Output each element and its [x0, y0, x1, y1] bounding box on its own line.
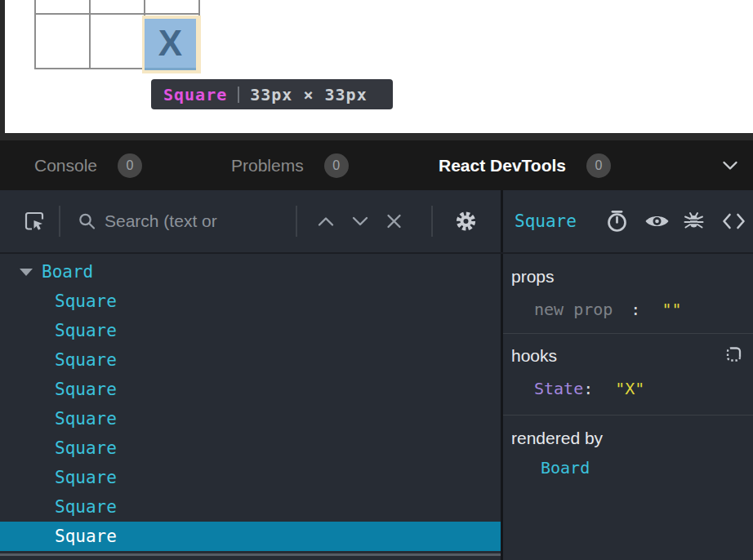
component-name: Square — [55, 350, 117, 370]
colon: : — [583, 379, 593, 398]
component-name: Square — [55, 409, 117, 429]
previous-result-button[interactable] — [317, 216, 335, 227]
grid-line — [34, 0, 36, 69]
tree-item-square[interactable]: Square — [0, 287, 501, 316]
bug-icon — [683, 211, 705, 233]
next-result-button[interactable] — [351, 216, 369, 227]
component-name: Square — [55, 321, 117, 340]
tab-console[interactable]: Console 0 — [34, 140, 142, 190]
toolbar-divider — [59, 206, 60, 237]
tab-label: Problems — [231, 156, 304, 176]
tree-item-square[interactable]: Square — [0, 492, 501, 522]
grid-line — [89, 0, 91, 69]
tree-item-square[interactable]: Square — [0, 463, 501, 492]
settings-button[interactable] — [454, 210, 478, 233]
props-section: props new prop:"" — [503, 254, 753, 334]
chevron-up-icon — [317, 216, 335, 227]
tooltip-dimensions: 33px × 33px — [250, 85, 367, 104]
state-value: "X" — [615, 379, 644, 398]
parse-hook-names-button[interactable] — [724, 345, 743, 364]
new-prop-label[interactable]: new prop — [534, 300, 613, 319]
devtools-window: X Square 33px × 33px Console 0 Problems … — [0, 0, 753, 560]
hooks-section: hooks State:"X" — [503, 334, 753, 416]
rendered-by-title: rendered by — [511, 429, 603, 448]
view-source-button[interactable] — [722, 213, 746, 230]
props-section-title: props — [511, 267, 555, 287]
hooks-section-title: hooks — [511, 346, 557, 366]
search-icon — [78, 212, 96, 231]
component-name: Board — [42, 262, 93, 282]
inspect-element-button[interactable] — [23, 210, 46, 233]
component-name: Square — [55, 438, 117, 458]
devtools-toolbar: Square — [0, 190, 753, 254]
stopwatch-icon — [606, 210, 628, 233]
new-prop-value[interactable]: "" — [662, 300, 681, 319]
tooltip-component-name: Square — [163, 85, 227, 104]
chevron-down-icon — [722, 160, 738, 171]
inspect-element-icon — [23, 210, 46, 233]
grid-line — [34, 13, 200, 15]
tree-item-board[interactable]: Board — [0, 257, 501, 287]
tree-item-square[interactable]: Square — [0, 433, 501, 463]
tab-badge: 0 — [324, 153, 349, 178]
tree-item-square-selected[interactable]: Square — [0, 522, 501, 551]
tree-item-square[interactable]: Square — [0, 404, 501, 433]
horizontal-scrollbar[interactable] — [0, 553, 501, 556]
new-prop-row[interactable]: new prop:"" — [534, 300, 681, 319]
component-name: Square — [55, 380, 117, 399]
panel-divider — [501, 190, 503, 252]
search-input[interactable] — [103, 211, 287, 232]
profiler-button[interactable] — [606, 210, 628, 233]
debug-button[interactable] — [683, 211, 705, 233]
toolbar-divider — [431, 206, 433, 237]
component-name: Square — [55, 527, 117, 546]
tree-item-square[interactable]: Square — [0, 316, 501, 345]
size-tooltip: Square 33px × 33px — [151, 79, 393, 109]
component-tree: Board Square Square Square Square Square… — [0, 254, 501, 560]
board-square-x[interactable]: X — [145, 19, 196, 70]
page-preview: X Square 33px × 33px — [0, 0, 753, 133]
tab-badge: 0 — [118, 153, 142, 178]
tooltip-divider — [238, 87, 239, 103]
tab-react-devtools[interactable]: React DevTools 0 — [439, 140, 611, 190]
collapse-panel-button[interactable] — [722, 160, 738, 171]
component-name: Square — [55, 468, 117, 487]
close-icon — [385, 213, 403, 230]
selected-component-title: Square — [515, 211, 577, 231]
state-label: State — [534, 379, 583, 398]
dashed-box-icon — [724, 345, 743, 364]
component-name: Square — [55, 291, 117, 311]
panel-separator — [0, 133, 753, 140]
tab-problems[interactable]: Problems 0 — [231, 140, 349, 190]
tab-label: React DevTools — [439, 156, 566, 176]
page-left-edge — [0, 0, 5, 133]
tree-item-square[interactable]: Square — [0, 375, 501, 404]
inspect-highlight: X — [142, 16, 201, 73]
tab-bar: Console 0 Problems 0 React DevTools 0 — [0, 140, 753, 190]
gear-icon — [454, 210, 478, 233]
chevron-down-icon — [351, 216, 369, 227]
component-inspector: props new prop:"" hooks State:"X" render… — [503, 254, 753, 560]
rendered-by-link[interactable]: Board — [541, 458, 590, 478]
caret-down-icon[interactable] — [20, 269, 33, 276]
component-name: Square — [55, 497, 117, 517]
code-icon — [722, 213, 746, 230]
clear-search-button[interactable] — [385, 213, 403, 230]
tree-item-square[interactable]: Square — [0, 345, 501, 375]
eye-icon — [644, 212, 670, 231]
highlight-updates-button[interactable] — [644, 212, 670, 231]
tab-badge: 0 — [586, 153, 611, 178]
toolbar-divider — [296, 206, 297, 237]
tab-label: Console — [34, 156, 97, 176]
rendered-by-section: rendered by Board — [503, 416, 753, 560]
colon: : — [630, 300, 640, 319]
state-hook-row[interactable]: State:"X" — [534, 379, 644, 398]
